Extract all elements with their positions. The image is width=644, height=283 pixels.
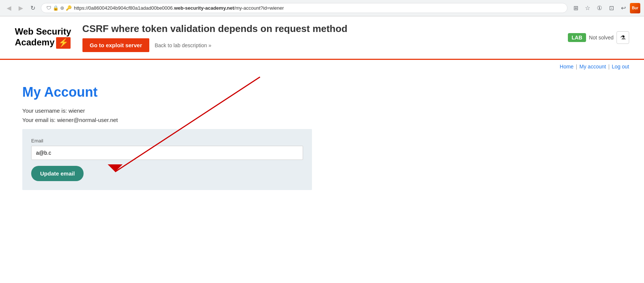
back2-button[interactable]: ↩ xyxy=(618,3,628,13)
burp-icon[interactable]: Bur xyxy=(630,3,640,13)
email-label: Email xyxy=(31,138,303,144)
browser-actions: ⊞ ☆ ① ⊡ ↩ Bur xyxy=(570,3,640,13)
forward-button[interactable]: ▶ xyxy=(16,3,26,13)
lab-title: CSRF where token validation depends on r… xyxy=(82,23,348,35)
qr-button[interactable]: ⊞ xyxy=(570,3,581,13)
browser-chrome: ◀ ▶ ↻ 🛡 🔒 ⊛ 🔑 https://0a86004204b904cf80… xyxy=(0,0,644,16)
extension-button[interactable]: ① xyxy=(594,3,605,13)
lock-icon: 🔒 xyxy=(53,5,59,11)
lab-status: LAB Not solved ⚗ xyxy=(568,31,629,44)
page-heading: My Account xyxy=(22,84,622,100)
url-prefix: https://0a86004204b904cf80a1adad00be0006… xyxy=(74,5,174,11)
back-button[interactable]: ◀ xyxy=(4,3,14,13)
main-content: My Account Your username is: wiener Your… xyxy=(0,73,644,201)
logo-text: Web Security Academy⚡ xyxy=(15,26,71,48)
lab-header-left: Web Security Academy⚡ CSRF where token v… xyxy=(15,23,347,52)
email-input[interactable] xyxy=(31,146,303,160)
security-icons: 🛡 🔒 ⊛ 🔑 xyxy=(46,5,72,11)
lab-header: Web Security Academy⚡ CSRF where token v… xyxy=(0,16,644,60)
key-icon: 🔑 xyxy=(66,5,72,11)
url-path: /my-account?id=wiener xyxy=(234,5,284,11)
exploit-server-button[interactable]: Go to exploit server xyxy=(82,38,150,52)
separator-2: | xyxy=(608,64,610,70)
nav-buttons: ◀ ▶ ↻ xyxy=(4,3,38,13)
home-link[interactable]: Home xyxy=(560,64,573,70)
address-bar[interactable]: 🛡 🔒 ⊛ 🔑 https://0a86004204b904cf80a1adad… xyxy=(41,3,567,13)
bookmark-button[interactable]: ☆ xyxy=(582,3,593,13)
url-domain: web-security-academy.net xyxy=(174,5,234,11)
lab-actions: Go to exploit server Back to lab descrip… xyxy=(82,38,348,52)
flask-button[interactable]: ⚗ xyxy=(617,31,629,44)
url-display: https://0a86004204b904cf80a1adad00be0006… xyxy=(74,5,562,11)
logo-web: Web Security xyxy=(15,26,71,36)
logo-area: Web Security Academy⚡ xyxy=(15,26,71,48)
username-text: Your username is: wiener xyxy=(22,107,622,114)
back-to-lab-link[interactable]: Back to lab description » xyxy=(155,42,211,48)
my-account-link[interactable]: My account xyxy=(579,64,606,70)
not-solved-label: Not solved xyxy=(589,35,614,41)
lab-badge: LAB xyxy=(568,33,586,42)
email-form-container: Email Update email xyxy=(22,129,312,190)
puzzle-button[interactable]: ⊡ xyxy=(606,3,617,13)
logo-bracket: ⚡ xyxy=(56,37,71,48)
settings-icon: ⊛ xyxy=(60,5,64,11)
top-nav: Home | My account | Log out xyxy=(0,60,644,73)
shield-icon: 🛡 xyxy=(46,5,51,11)
reload-button[interactable]: ↻ xyxy=(27,3,38,13)
logo-academy: Academy xyxy=(15,37,55,47)
email-info-text: Your email is: wiener@normal-user.net xyxy=(22,117,622,123)
lab-info: CSRF where token validation depends on r… xyxy=(82,23,348,52)
logout-link[interactable]: Log out xyxy=(612,64,629,70)
update-email-button[interactable]: Update email xyxy=(31,166,84,181)
separator-1: | xyxy=(576,64,577,70)
